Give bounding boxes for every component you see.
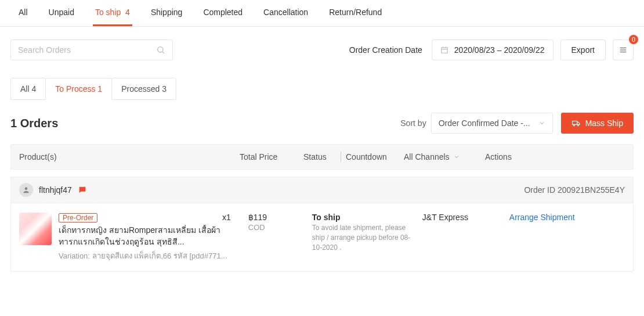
truck-icon [571, 119, 581, 127]
tab-label: Unpaid [49, 8, 74, 17]
col-actions: Actions [485, 152, 625, 161]
notification-badge: 0 [629, 35, 638, 44]
mass-ship-button[interactable]: Mass Ship [561, 113, 634, 134]
search-box[interactable] [10, 40, 173, 60]
subtab-processed[interactable]: Processed 3 [111, 78, 176, 100]
tab-label: Completed [203, 8, 243, 17]
search-icon [156, 45, 165, 55]
chevron-down-icon [453, 153, 460, 160]
col-status: Status [303, 152, 338, 161]
product-info: Pre-Order เด็กทารกหญิง สยามRomperสามเหลี… [59, 213, 240, 262]
menu-wrap: 0 [613, 40, 634, 60]
tab-label: To ship [95, 8, 121, 17]
status-cell: To ship To avoid late shipment, please s… [312, 213, 422, 262]
creation-date-label: Order Creation Date [349, 45, 422, 55]
orders-header: 1 Orders Sort by Order Confirmed Date -.… [0, 100, 644, 139]
product-name[interactable]: เด็กทารกหญิง สยามRomperสามเหลี่ยม เสื้อผ… [59, 225, 234, 247]
col-divider [341, 152, 341, 162]
subtab-label: Processed 3 [121, 84, 167, 94]
status-title: To ship [312, 213, 422, 222]
price: ฿119 [248, 213, 312, 222]
subtab-label: All 4 [20, 84, 36, 94]
arrange-shipment-link[interactable]: Arrange Shipment [509, 213, 575, 222]
filter-row: Order Creation Date 2020/08/23 – 2020/09… [0, 27, 644, 60]
preorder-badge: Pre-Order [59, 213, 97, 222]
svg-line-1 [162, 52, 164, 53]
svg-point-0 [158, 47, 163, 52]
date-range-text: 2020/08/23 – 2020/09/22 [454, 45, 545, 55]
svg-rect-2 [442, 48, 448, 53]
channel-cell: J&T Express [422, 213, 509, 262]
col-channel-filter[interactable]: All Channels [404, 152, 485, 161]
action-cell: Arrange Shipment [509, 213, 625, 262]
product-cell: Pre-Order เด็กทารกหญิง สยามRomperสามเหลี… [19, 213, 240, 262]
tab-label: Shipping [151, 8, 183, 17]
calendar-icon [440, 46, 448, 54]
status-detail: To avoid late shipment, please ship / ar… [312, 223, 417, 252]
product-variation: Variation: ลายจุดสีแดง แพ็คเก็ต,66 รหัส … [59, 250, 234, 262]
orders-title: 1 Orders [10, 117, 58, 130]
tab-completed[interactable]: Completed [201, 0, 245, 26]
sub-tabs: All 4 To Process 1 Processed 3 [0, 60, 644, 100]
top-tabs: All Unpaid To ship 4 Shipping Completed … [0, 0, 644, 27]
svg-point-10 [573, 124, 574, 125]
tab-unpaid[interactable]: Unpaid [46, 0, 77, 26]
order-card: fltnhjqf47 Order ID 200921BN255E4Y Pre-O… [10, 177, 634, 272]
col-total-price: Total Price [240, 152, 303, 161]
subtab-all[interactable]: All 4 [10, 78, 46, 100]
chat-icon[interactable] [78, 185, 87, 195]
svg-rect-9 [572, 121, 577, 125]
search-input[interactable] [18, 45, 151, 55]
mass-ship-label: Mass Ship [585, 119, 623, 128]
quantity: x1 [222, 213, 231, 262]
table-header: Product(s) Total Price Status Countdown … [10, 144, 634, 170]
order-id: Order ID 200921BN255E4Y [524, 185, 625, 195]
sort-value: Order Confirmed Date -... [439, 119, 534, 128]
tab-label: Return/Refund [329, 8, 382, 17]
svg-point-11 [577, 124, 578, 125]
export-label: Export [571, 45, 595, 55]
tab-count: 4 [125, 8, 130, 17]
tab-return-refund[interactable]: Return/Refund [327, 0, 384, 26]
svg-point-12 [25, 187, 28, 190]
export-button[interactable]: Export [560, 40, 606, 60]
username[interactable]: fltnhjqf47 [39, 185, 72, 195]
tab-cancellation[interactable]: Cancellation [261, 0, 310, 26]
tab-label: Cancellation [263, 8, 308, 17]
col-countdown: Countdown [346, 152, 404, 161]
product-thumbnail[interactable] [19, 213, 52, 245]
col-channel-label: All Channels [404, 152, 450, 161]
subtab-to-process[interactable]: To Process 1 [45, 78, 112, 100]
avatar [19, 183, 33, 197]
tab-to-ship[interactable]: To ship 4 [93, 0, 132, 26]
order-head: fltnhjqf47 Order ID 200921BN255E4Y [11, 177, 633, 203]
col-products: Product(s) [19, 152, 240, 161]
subtab-label: To Process 1 [55, 84, 102, 94]
tab-label: All [19, 8, 28, 17]
sort-select[interactable]: Order Confirmed Date -... [431, 113, 553, 134]
payment-method: COD [248, 223, 312, 232]
tab-shipping[interactable]: Shipping [149, 0, 185, 26]
price-cell: ฿119 COD [248, 213, 312, 262]
chevron-down-icon [538, 120, 545, 127]
order-body: Pre-Order เด็กทารกหญิง สยามRomperสามเหลี… [11, 203, 633, 271]
sort-label: Sort by [400, 119, 426, 128]
tab-all[interactable]: All [16, 0, 30, 26]
date-range-picker[interactable]: 2020/08/23 – 2020/09/22 [432, 40, 553, 60]
